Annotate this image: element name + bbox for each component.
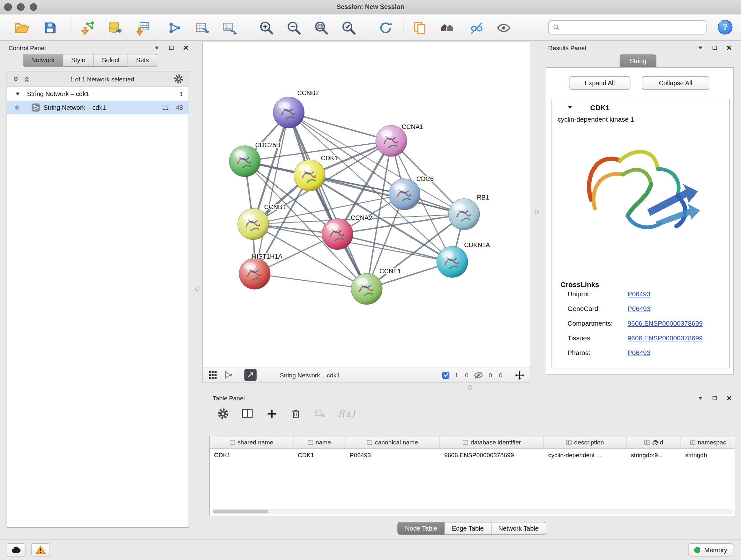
column-header[interactable]: namespac <box>681 436 735 448</box>
add-column-plus-icon[interactable] <box>266 408 278 420</box>
column-type-icon <box>566 439 572 445</box>
save-session-button[interactable] <box>41 18 59 37</box>
tab-style[interactable]: Style <box>63 54 94 67</box>
open-in-new-window-button[interactable] <box>245 369 257 381</box>
table-gear-icon[interactable] <box>217 408 229 420</box>
columns-icon[interactable] <box>241 407 254 420</box>
cell-database-identifier: 9606.ENSP00000378699 <box>440 451 544 458</box>
panel-close-icon[interactable] <box>726 44 733 51</box>
import-table-button[interactable] <box>133 18 152 37</box>
graph-node-CDC6[interactable] <box>389 179 420 210</box>
memory-status-icon <box>694 547 700 553</box>
graph-node-CCNA2[interactable] <box>322 219 353 250</box>
birdseye-grid-icon[interactable] <box>207 370 218 380</box>
graph-node-CDKN1A[interactable] <box>436 246 468 278</box>
disclosure-triangle-icon[interactable] <box>567 104 574 111</box>
panel-float-icon[interactable] <box>712 45 718 51</box>
panel-menu-icon[interactable] <box>697 44 704 51</box>
splitter-handle[interactable] <box>195 287 199 291</box>
network-row-selected[interactable]: String Network – cdk1 11 48 <box>7 101 189 114</box>
zoom-in-button[interactable] <box>257 18 276 37</box>
search-input[interactable] <box>560 21 706 34</box>
network-share-small-icon[interactable] <box>223 370 233 380</box>
collapse-all-button[interactable]: Collapse All <box>642 76 710 90</box>
collapse-all-icon[interactable] <box>23 75 30 83</box>
expand-all-icon[interactable] <box>12 75 20 83</box>
column-header[interactable]: shared name <box>210 436 293 448</box>
crosslink-link[interactable]: 9606.ENSP00000378699 <box>628 320 703 327</box>
scrollbar-thumb[interactable] <box>212 509 268 513</box>
pan-move-icon[interactable] <box>514 369 525 380</box>
warnings-button[interactable] <box>31 543 50 557</box>
disclosure-triangle-icon[interactable] <box>15 91 21 97</box>
clone-network-button[interactable] <box>165 18 184 37</box>
zoom-selected-button[interactable] <box>339 18 358 37</box>
graph-edge[interactable] <box>255 273 367 289</box>
tab-edge-table[interactable]: Edge Table <box>444 522 491 535</box>
tab-string[interactable]: String <box>619 54 657 67</box>
graph-node-CDC25B[interactable] <box>229 145 260 177</box>
import-network-database-button[interactable] <box>106 18 125 37</box>
tab-network-table[interactable]: Network Table <box>491 522 546 535</box>
documents-button[interactable] <box>410 18 429 37</box>
graph-node-HIST1H1A[interactable] <box>239 258 270 290</box>
help-button[interactable]: ? <box>718 20 732 35</box>
glass-effect-button[interactable] <box>467 18 486 37</box>
open-session-button[interactable] <box>12 18 31 37</box>
graph-node-CCNB1[interactable] <box>238 208 269 240</box>
graph-edge[interactable] <box>289 112 367 289</box>
graph-node-CCNB2[interactable] <box>273 97 305 128</box>
column-header[interactable]: database identifier <box>440 436 544 448</box>
network-graph[interactable]: CCNB2CCNA1CDC25BCDK1CDC6RB1CCNB1CCNA2CDK… <box>203 42 530 367</box>
graph-node-CCNE1[interactable] <box>351 273 382 305</box>
crosslink-link[interactable]: 9606.ENSP00000378699 <box>628 334 703 342</box>
results-body: Expand All Collapse All CDK1 cyclin-depe… <box>546 67 734 374</box>
splitter-handle[interactable] <box>535 210 539 214</box>
selected-checkbox-icon[interactable] <box>442 371 449 378</box>
crosslink-link[interactable]: P06493 <box>628 305 650 313</box>
refresh-button[interactable] <box>376 18 395 37</box>
splitter-handle[interactable] <box>468 385 472 389</box>
node-label-CDC6: CDC6 <box>416 175 434 182</box>
new-table-button[interactable] <box>193 18 212 37</box>
memory-button[interactable]: Memory <box>688 543 733 557</box>
column-header[interactable]: description <box>544 436 626 448</box>
hidden-count: 0 – 0 <box>488 371 502 378</box>
cloud-button[interactable] <box>7 543 25 557</box>
panel-float-icon[interactable] <box>712 395 718 401</box>
zoom-out-button[interactable] <box>284 18 303 37</box>
column-header[interactable]: name <box>293 436 346 448</box>
graph-edge[interactable] <box>255 112 289 273</box>
expand-all-button[interactable]: Expand All <box>569 76 630 90</box>
zoom-in-icon <box>259 20 274 36</box>
tab-network[interactable]: Network <box>23 54 63 67</box>
import-network-file-button[interactable] <box>78 18 97 37</box>
panel-float-icon[interactable] <box>168 45 174 51</box>
graph-node-RB1[interactable] <box>448 199 480 230</box>
graph-node-CDK1[interactable] <box>294 160 325 191</box>
network-collection-row[interactable]: String Network – cdk1 1 <box>7 87 189 101</box>
crosslink-link[interactable]: P06493 <box>628 290 650 298</box>
tab-sets[interactable]: Sets <box>128 54 157 67</box>
zoom-fit-button[interactable] <box>312 18 331 37</box>
gear-icon[interactable] <box>173 74 184 84</box>
column-header[interactable]: @id <box>627 436 681 448</box>
delete-trash-icon[interactable] <box>290 408 302 420</box>
graph-edge[interactable] <box>337 234 452 262</box>
panel-menu-icon[interactable] <box>153 44 160 51</box>
crosslink-link[interactable]: P06493 <box>628 349 650 357</box>
protein-section: CDK1 cyclin-dependent kinase 1 <box>551 99 730 368</box>
show-labels-button[interactable] <box>494 18 513 37</box>
panel-close-icon[interactable] <box>726 395 733 401</box>
export-image-button[interactable] <box>220 18 239 37</box>
tab-select[interactable]: Select <box>94 54 128 67</box>
table-row[interactable]: CDK1 CDK1 P06493 9606.ENSP00000378699 cy… <box>210 449 735 461</box>
panel-close-icon[interactable] <box>183 44 189 51</box>
home-button[interactable] <box>437 18 456 37</box>
function-builder-disabled: f(x) <box>338 408 355 419</box>
column-header[interactable]: canonical name <box>346 436 440 448</box>
results-panel-title: Results Panel <box>548 44 586 51</box>
panel-menu-icon[interactable] <box>697 395 704 401</box>
tab-node-table[interactable]: Node Table <box>398 522 445 535</box>
protein-section-header[interactable]: CDK1 <box>551 99 729 115</box>
